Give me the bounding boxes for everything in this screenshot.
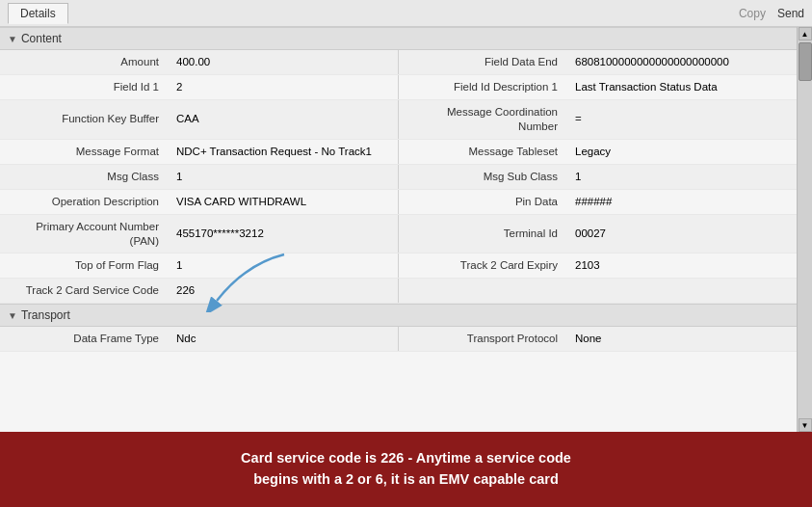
left-col: Msg Class 1 — [0, 165, 399, 189]
transport-protocol-value: None — [567, 327, 797, 351]
right-col: Transport Protocol None — [399, 327, 797, 351]
right-col: Msg Sub Class 1 — [399, 165, 797, 189]
table-row: Top of Form Flag 1 Track 2 Card Expiry 2… — [0, 254, 797, 279]
title-bar: Details Copy Send — [0, 0, 812, 27]
data-frame-type-value: Ndc — [169, 327, 398, 351]
right-col: Message Coordination Number = — [399, 100, 797, 139]
msg-coord-value: = — [567, 100, 797, 139]
top-form-flag-label: Top of Form Flag — [0, 254, 169, 278]
msg-sub-class-label: Msg Sub Class — [399, 165, 567, 189]
field-id-label: Field Id 1 — [0, 75, 169, 99]
right-col: Message Tableset Legacy — [399, 140, 797, 164]
track2-expiry-label: Track 2 Card Expiry — [399, 254, 567, 278]
function-key-value: CAA — [169, 100, 398, 139]
msg-tableset-value: Legacy — [567, 140, 797, 164]
left-col: Field Id 1 2 — [0, 75, 399, 99]
table-row: Amount 400.00 Field Data End 68081000000… — [0, 50, 797, 75]
pan-value: 455170******3212 — [169, 215, 398, 254]
track2-service-value: 226 — [169, 279, 398, 303]
left-col: Amount 400.00 — [0, 50, 399, 74]
content-section-header[interactable]: ▼ Content — [0, 27, 797, 50]
transport-protocol-label: Transport Protocol — [399, 327, 567, 351]
msg-sub-class-value: 1 — [567, 165, 797, 189]
table-row: Message Format NDC+ Transaction Request … — [0, 140, 797, 165]
right-col: Field Id Description 1 Last Transaction … — [399, 75, 797, 99]
collapse-arrow: ▼ — [8, 310, 17, 321]
main-scroll[interactable]: ▼ Content Amount 400.00 Field Data End 6… — [0, 27, 797, 432]
msg-coord-label: Message Coordination Number — [399, 100, 567, 139]
field-data-end-value: 6808100000000000000000000 — [567, 50, 797, 74]
banner-text: Card service code is 226 - Anytime a ser… — [241, 448, 571, 491]
banner-line2: begins with a 2 or 6, it is an EMV capab… — [253, 471, 559, 487]
field-id-desc-label: Field Id Description 1 — [399, 75, 567, 99]
left-col: Primary Account Number (PAN) 455170*****… — [0, 215, 399, 254]
right-col: Track 2 Card Expiry 2103 — [399, 254, 797, 278]
table-row: Operation Description VISA CARD WITHDRAW… — [0, 190, 797, 215]
bottom-banner: Card service code is 226 - Anytime a ser… — [0, 432, 812, 507]
scroll-up-arrow[interactable]: ▲ — [799, 27, 812, 40]
msg-tableset-label: Message Tableset — [399, 140, 567, 164]
op-desc-label: Operation Description — [0, 190, 169, 214]
msg-class-label: Msg Class — [0, 165, 169, 189]
terminal-id-label: Terminal Id — [399, 215, 567, 254]
left-col: Message Format NDC+ Transaction Request … — [0, 140, 399, 164]
transport-section: ▼ Transport Data Frame Type Ndc Transpor… — [0, 304, 797, 352]
left-col: Top of Form Flag 1 — [0, 254, 399, 278]
field-data-end-label: Field Data End — [399, 50, 567, 74]
left-col: Data Frame Type Ndc — [0, 327, 399, 351]
table-row: Field Id 1 2 Field Id Description 1 Last… — [0, 75, 797, 100]
amount-label: Amount — [0, 50, 169, 74]
left-col: Function Key Buffer CAA — [0, 100, 399, 139]
track2-service-label: Track 2 Card Service Code — [0, 279, 169, 303]
table-row: Function Key Buffer CAA Message Coordina… — [0, 100, 797, 140]
content-section-label: Content — [21, 32, 62, 45]
right-col: Terminal Id 00027 — [399, 215, 797, 254]
right-col: Field Data End 6808100000000000000000000 — [399, 50, 797, 74]
scroll-down-arrow[interactable]: ▼ — [799, 418, 812, 432]
title-actions: Copy Send — [739, 7, 804, 20]
copy-button[interactable]: Copy — [739, 7, 766, 20]
op-desc-value: VISA CARD WITHDRAWL — [169, 190, 398, 214]
table-row: Track 2 Card Service Code 226 — [0, 279, 797, 304]
msg-format-label: Message Format — [0, 140, 169, 164]
amount-value: 400.00 — [169, 50, 398, 74]
terminal-id-value: 00027 — [567, 215, 797, 254]
send-button[interactable]: Send — [777, 7, 804, 20]
banner-line1: Card service code is 226 - Anytime a ser… — [241, 450, 571, 466]
msg-class-value: 1 — [169, 165, 398, 189]
scrollbar[interactable]: ▲ ▼ — [797, 27, 812, 432]
collapse-arrow: ▼ — [8, 34, 17, 44]
table-row: Primary Account Number (PAN) 455170*****… — [0, 215, 797, 254]
pan-label: Primary Account Number (PAN) — [0, 215, 169, 254]
left-col: Operation Description VISA CARD WITHDRAW… — [0, 190, 399, 214]
top-form-flag-value: 1 — [169, 254, 398, 278]
table-row: Msg Class 1 Msg Sub Class 1 — [0, 165, 797, 190]
left-col: Track 2 Card Service Code 226 — [0, 279, 399, 303]
table-row: Data Frame Type Ndc Transport Protocol N… — [0, 327, 797, 352]
transport-section-label: Transport — [21, 308, 70, 322]
main-window: Details Copy Send ▼ Content Amount 400.0… — [0, 0, 812, 507]
right-col: Pin Data ###### — [399, 190, 797, 214]
pin-data-value: ###### — [567, 190, 797, 214]
data-frame-type-label: Data Frame Type — [0, 327, 169, 351]
scroll-thumb[interactable] — [799, 42, 812, 81]
right-col — [399, 279, 797, 303]
transport-section-header[interactable]: ▼ Transport — [0, 304, 797, 327]
pin-data-label: Pin Data — [399, 190, 567, 214]
track2-expiry-value: 2103 — [567, 254, 797, 278]
field-id-desc-value: Last Transaction Status Data — [567, 75, 797, 99]
field-id-value: 2 — [169, 75, 398, 99]
details-tab[interactable]: Details — [8, 3, 68, 24]
function-key-label: Function Key Buffer — [0, 100, 169, 139]
content-section: ▼ Content Amount 400.00 Field Data End 6… — [0, 27, 797, 304]
content-area: ▼ Content Amount 400.00 Field Data End 6… — [0, 27, 812, 432]
msg-format-value: NDC+ Transaction Request - No Track1 — [169, 140, 398, 164]
